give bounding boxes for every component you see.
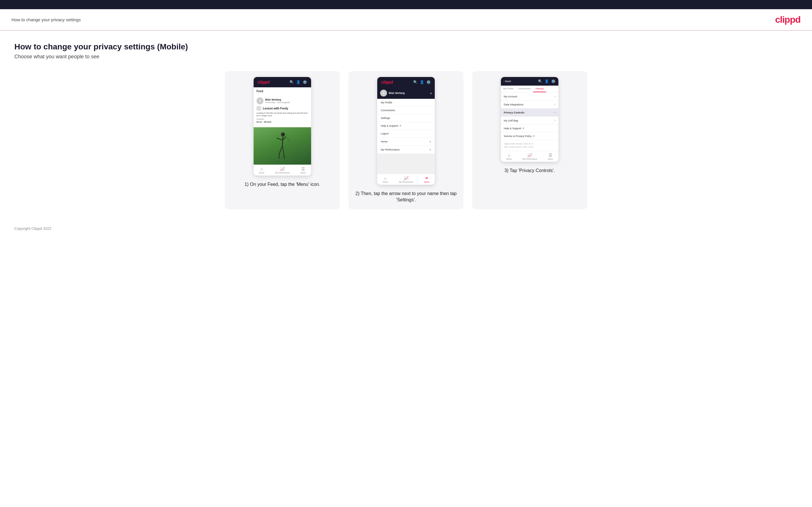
connections-item[interactable]: Connections [377, 107, 435, 114]
home-label-3: Home [506, 158, 512, 160]
data-integrations-item[interactable]: Data Integrations › [501, 101, 558, 109]
svg-line-2 [276, 138, 283, 140]
home-icon-3: ⌂ [508, 153, 510, 157]
post-header: B Blair McHarg Yesterday · Sunningdale [256, 97, 308, 104]
svg-line-6 [279, 153, 280, 159]
home-nav-item[interactable]: ⌂ Home [259, 167, 264, 174]
phone-nav-icons-2: 🔍 👤 ⚙️ [413, 80, 431, 84]
phone-mockup-2: clippd 🔍 👤 ⚙️ B Blair McHarg ∧ [377, 77, 435, 185]
menu-user-row[interactable]: B Blair McHarg ∧ [377, 87, 435, 99]
post-meta: Blair McHarg Yesterday · Sunningdale [265, 98, 308, 104]
logo: clippd [775, 14, 801, 25]
step-2-description: 2) Then, tap the arrow next to your name… [354, 190, 458, 204]
search-icon-2: 🔍 [413, 80, 417, 84]
menu-label: Menu [301, 172, 306, 174]
home-nav-item-2[interactable]: ⌂ Home [383, 176, 388, 183]
step-3-description: 3) Tap 'Privacy Controls'. [504, 167, 555, 174]
home-label-2: Home [383, 181, 388, 183]
my-performance-section-item[interactable]: My Performance ∨ [377, 146, 435, 154]
phone-nav-2: clippd 🔍 👤 ⚙️ [377, 77, 435, 87]
phone-nav-icons-1: 🔍 👤 ⚙️ [290, 80, 307, 84]
menu-avatar: B [380, 90, 387, 97]
menu-user-name: Blair McHarg [389, 92, 405, 95]
my-golf-bag-chevron: › [555, 119, 556, 122]
menu-nav-item-3[interactable]: ☰ Menu [548, 153, 553, 160]
phone-mockup-3: ‹ Back 🔍 👤 ⚙️ My Profile Connections Set… [501, 77, 558, 162]
my-account-label: My Account [504, 95, 517, 98]
page-subheading: Choose what you want people to see [14, 54, 798, 60]
home-icon-2: ⌂ [384, 176, 387, 180]
duration-value: 01 hr : 30 min [256, 121, 308, 123]
copyright: Copyright Clippd 2022 [14, 226, 51, 231]
privacy-controls-item[interactable]: Privacy Controls › [501, 109, 558, 117]
phone-logo-1: clippd [258, 80, 269, 84]
home-section-label: Home [381, 140, 388, 143]
help-support-settings-label: Help & Support ↗ [504, 127, 524, 130]
client-version: Clippd Client Version: 2022.8.3-3 [504, 143, 556, 146]
privacy-controls-chevron: › [555, 111, 556, 114]
data-integrations-label: Data Integrations [504, 103, 523, 106]
my-account-item[interactable]: My Account › [501, 93, 558, 101]
service-privacy-item[interactable]: Service & Privacy Policy ↗ [501, 132, 558, 140]
performance-nav-item-3[interactable]: 📈 My Performance [522, 153, 537, 160]
settings-item[interactable]: Settings [377, 114, 435, 122]
search-icon: 🔍 [290, 80, 294, 84]
lesson-section: Lesson with Fordy [256, 106, 308, 111]
my-account-chevron: › [555, 95, 556, 98]
home-section-item[interactable]: Home ∨ [377, 137, 435, 146]
tab-settings[interactable]: Settings [533, 86, 546, 92]
tab-connections[interactable]: Connections [516, 86, 533, 92]
privacy-controls-label: Privacy Controls [504, 111, 524, 114]
post-user-name: Blair McHarg [265, 98, 308, 101]
svg-point-0 [281, 132, 285, 136]
avatar: B [256, 97, 263, 104]
phone-bottom-nav-1: ⌂ Home 📈 My Performance ☰ Menu [254, 165, 311, 175]
performance-chevron: ∨ [429, 148, 431, 151]
server-version: GQL Server Version: 2022.7.30-1 [504, 146, 556, 149]
svg-line-5 [283, 146, 284, 153]
step-3-card: ‹ Back 🔍 👤 ⚙️ My Profile Connections Set… [472, 71, 587, 209]
home-label: Home [259, 172, 264, 174]
lesson-icon [256, 106, 261, 111]
phone-post: B Blair McHarg Yesterday · Sunningdale L… [254, 95, 311, 127]
performance-label-2: My Performance [399, 181, 413, 183]
svg-line-4 [280, 146, 283, 153]
footer: Copyright Clippd 2022 [0, 221, 812, 239]
phone-mockup-1: clippd 🔍 👤 ⚙️ Feed B Blair McHarg Yester… [254, 77, 311, 175]
tab-my-profile[interactable]: My Profile [501, 86, 516, 92]
help-support-settings-item[interactable]: Help & Support ↗ [501, 125, 558, 132]
svg-line-8 [286, 137, 290, 142]
service-privacy-label: Service & Privacy Policy ↗ [504, 135, 535, 137]
performance-icon: 📈 [280, 167, 285, 171]
svg-line-7 [284, 153, 285, 159]
logout-item[interactable]: Logout [377, 130, 435, 137]
menu-label-3: Menu [548, 158, 553, 160]
my-golf-bag-label: My Golf Bag [504, 119, 518, 122]
my-profile-item[interactable]: My Profile [377, 99, 435, 107]
settings-list: My Account › Data Integrations › Privacy… [501, 93, 558, 151]
settings-icon-3: ⚙️ [551, 79, 556, 83]
menu-nav-item[interactable]: ☰ Menu [301, 167, 306, 174]
performance-icon-3: 📈 [527, 153, 532, 157]
phone-bottom-nav-2: ⌂ Home 📈 My Performance ✕ Menu [377, 174, 435, 185]
step-2-card: clippd 🔍 👤 ⚙️ B Blair McHarg ∧ [349, 71, 463, 209]
settings-icon-2: ⚙️ [426, 80, 431, 84]
home-nav-item-3[interactable]: ⌂ Home [506, 153, 512, 160]
menu-label-2: Menu [424, 181, 429, 183]
version-info: Clippd Client Version: 2022.8.3-3 GQL Se… [501, 140, 558, 151]
home-chevron: ∨ [429, 140, 431, 143]
golf-image [254, 127, 311, 165]
post-date: Yesterday · Sunningdale [265, 101, 308, 104]
user-icon-2: 👤 [420, 80, 424, 84]
settings-tabs: My Profile Connections Settings [501, 86, 558, 93]
post-text: Looking to feel like my hands are exitin… [256, 112, 308, 117]
performance-nav-item[interactable]: 📈 My Performance [275, 167, 290, 174]
my-performance-section-label: My Performance [381, 148, 400, 151]
help-support-item[interactable]: Help & Support ↗ [377, 122, 435, 130]
menu-user-chevron: ∧ [430, 92, 432, 95]
my-golf-bag-item[interactable]: My Golf Bag › [501, 117, 558, 125]
duration-label: Duration [256, 118, 308, 120]
menu-nav-item-2[interactable]: ✕ Menu [424, 176, 429, 183]
back-button[interactable]: ‹ Back [504, 80, 511, 83]
performance-nav-item-2[interactable]: 📈 My Performance [399, 176, 413, 183]
